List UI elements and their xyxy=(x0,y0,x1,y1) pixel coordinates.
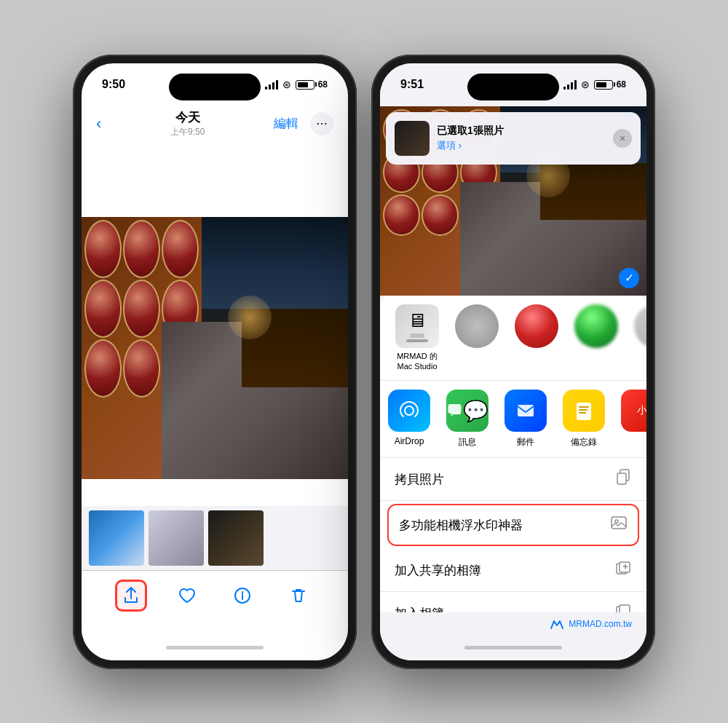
nav-bar-1: ‹ 今天 上午9:50 編輯 ⋯ xyxy=(82,106,348,144)
thumb-2[interactable] xyxy=(149,510,204,566)
highlighted-action[interactable]: 多功能相機浮水印神器 xyxy=(387,504,639,546)
edit-button-1[interactable]: 編輯 xyxy=(274,115,298,132)
phone-2: 9:51 ⊛ 68 xyxy=(371,55,655,669)
svg-rect-4 xyxy=(577,403,591,420)
home-indicator-2 xyxy=(380,636,646,660)
watermark-logo-icon xyxy=(550,618,564,630)
watermark-action-label: 多功能相機浮水印神器 xyxy=(399,517,523,534)
messages-icon: 💬 xyxy=(446,390,488,432)
photo-content-1 xyxy=(82,144,348,506)
battery-icon-1: 68 xyxy=(296,79,328,90)
phone-1: 9:50 ⊛ 68 xyxy=(73,55,357,669)
mac-icon: 🖥 xyxy=(408,309,427,332)
person-item-5[interactable] xyxy=(630,304,646,372)
main-photo-1 xyxy=(82,217,348,479)
trash-button-1[interactable] xyxy=(282,580,314,612)
svg-rect-2 xyxy=(448,404,461,414)
svg-point-8 xyxy=(615,520,618,523)
photo-section-2: ✓ 已選取1張照片 選項 › × xyxy=(380,106,646,296)
action-shared-album[interactable]: 加入共享的相簿 xyxy=(380,549,646,592)
person-name-mac: MRMAD 的Mac Studio xyxy=(397,351,438,372)
app-item-extra[interactable]: 小 xyxy=(613,390,646,449)
share-header-info: 已選取1張照片 選項 › xyxy=(437,125,606,152)
share-header-title: 已選取1張照片 xyxy=(437,125,606,138)
share-button-1[interactable] xyxy=(115,580,147,612)
notes-label: 備忘錄 xyxy=(571,436,597,449)
app-item-mail[interactable]: 郵件 xyxy=(496,390,555,449)
phone-1-screen: 9:50 ⊛ 68 xyxy=(82,63,348,660)
thumb-1[interactable] xyxy=(89,510,144,566)
people-row: 🖥 MRMAD 的Mac Studio xyxy=(380,296,646,382)
app-row: AirDrop 💬 訊息 xyxy=(380,381,646,458)
avatar-gray xyxy=(455,304,499,348)
add-album-icon xyxy=(614,602,632,612)
status-time-1: 9:50 xyxy=(102,78,125,91)
share-header-popup: 已選取1張照片 選項 › × xyxy=(386,112,641,165)
app-item-notes[interactable]: 備忘錄 xyxy=(555,390,613,449)
mail-label: 郵件 xyxy=(517,436,534,449)
avatar-blurred-2 xyxy=(634,304,646,348)
toolbar-1 xyxy=(82,570,348,636)
share-sheet-2: 🖥 MRMAD 的Mac Studio xyxy=(380,296,646,660)
watermark-bar: MRMAD.com.tw xyxy=(380,612,646,636)
copy-icon xyxy=(614,468,632,490)
heart-button-1[interactable] xyxy=(171,580,203,612)
signal-icon-2 xyxy=(563,80,577,90)
signal-icon-1 xyxy=(265,80,278,90)
share-close-button[interactable]: × xyxy=(613,129,632,148)
phone-2-screen: 9:51 ⊛ 68 xyxy=(380,63,646,660)
filmstrip-1 xyxy=(82,506,348,570)
wifi-icon-1: ⊛ xyxy=(282,79,291,90)
battery-icon-2: 68 xyxy=(594,79,626,90)
nav-actions-1: 編輯 ⋯ xyxy=(274,112,333,135)
svg-rect-7 xyxy=(612,517,626,529)
nav-title-1: 今天 上午9:50 xyxy=(170,109,205,138)
share-header-option[interactable]: 選項 › xyxy=(437,139,606,152)
back-button-1[interactable]: ‹ xyxy=(96,114,101,133)
watermark-action-icon xyxy=(610,514,628,536)
mail-icon xyxy=(505,390,547,432)
avatar-mac: 🖥 xyxy=(395,304,439,348)
svg-rect-12 xyxy=(620,605,630,612)
status-icons-2: ⊛ 68 xyxy=(563,79,626,90)
person-item-mac[interactable]: 🖥 MRMAD 的Mac Studio xyxy=(392,304,443,372)
svg-rect-10 xyxy=(620,562,630,572)
wifi-icon-2: ⊛ xyxy=(581,79,590,90)
app-item-airdrop[interactable]: AirDrop xyxy=(380,390,438,449)
info-button-1[interactable] xyxy=(226,580,258,612)
more-button-1[interactable]: ⋯ xyxy=(310,112,333,135)
status-icons-1: ⊛ 68 xyxy=(265,79,328,90)
selection-badge-2: ✓ xyxy=(619,268,639,288)
svg-point-1 xyxy=(405,406,414,415)
share-thumb xyxy=(395,121,430,156)
shared-album-icon xyxy=(614,559,632,581)
notes-icon xyxy=(563,390,605,432)
action-add-album[interactable]: 加入相簿 xyxy=(380,592,646,612)
home-indicator-1 xyxy=(82,636,348,660)
watermark-text: MRMAD.com.tw xyxy=(569,619,632,629)
svg-rect-3 xyxy=(518,405,534,416)
messages-label: 訊息 xyxy=(459,436,476,449)
photo-area-1 xyxy=(82,144,348,506)
app-item-messages[interactable]: 💬 訊息 xyxy=(438,390,496,449)
airdrop-label: AirDrop xyxy=(395,436,424,446)
dynamic-island-2 xyxy=(467,74,559,100)
status-time-2: 9:51 xyxy=(400,78,424,91)
svg-rect-6 xyxy=(617,473,626,484)
avatar-red xyxy=(515,304,558,348)
person-item-4[interactable] xyxy=(571,304,622,372)
person-item-3[interactable] xyxy=(511,304,562,372)
person-item-2[interactable] xyxy=(451,304,502,372)
actions-list: 拷貝照片 多功能相機浮水印神器 xyxy=(380,458,646,612)
avatar-green xyxy=(574,304,618,348)
dynamic-island-1 xyxy=(169,74,261,100)
thumb-3[interactable] xyxy=(208,510,264,566)
extra-app-icon: 小 xyxy=(621,390,646,432)
action-copy-photo[interactable]: 拷貝照片 xyxy=(380,458,646,501)
airdrop-icon xyxy=(388,390,430,432)
